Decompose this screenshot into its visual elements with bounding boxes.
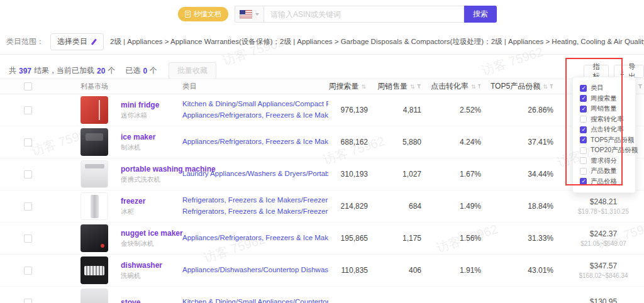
click-conversion-rate: 1.56% bbox=[431, 234, 491, 243]
checkbox-icon[interactable] bbox=[580, 168, 587, 175]
price-cell: $347.57 $168.02~$846.34 bbox=[563, 262, 644, 279]
category-cell: Laundry Appliances/Washers & Dryers/Port… bbox=[182, 168, 333, 180]
category-link[interactable]: Appliances/Refrigerators, Freezers & Ice… bbox=[182, 233, 328, 244]
sort-icon[interactable]: ⇅ bbox=[471, 84, 476, 90]
metrics-button[interactable]: 指标 bbox=[584, 65, 609, 78]
price-range: $21.05~$549.07 bbox=[580, 240, 626, 247]
checkbox-icon[interactable] bbox=[580, 106, 587, 113]
filter-funnel-icon[interactable] bbox=[550, 84, 553, 89]
checkbox-icon[interactable] bbox=[580, 85, 587, 92]
weekly-sales-volume: 1,175 bbox=[377, 234, 431, 243]
category-cell: Appliances/Refrigerators, Freezers & Ice… bbox=[182, 233, 333, 244]
doc-badge[interactable]: 秒懂文档 bbox=[178, 7, 228, 21]
table-row: stove Kitchen & Dining/Small Appliances/… bbox=[0, 287, 644, 303]
table-row: nugget ice maker 金块制冰机 Appliances/Refrig… bbox=[0, 223, 644, 255]
checkbox-icon[interactable] bbox=[580, 178, 587, 185]
top5-product-share: 31.33% bbox=[491, 234, 563, 243]
us-flag-icon bbox=[240, 10, 252, 18]
keyword-translation: 金块制冰机 bbox=[121, 240, 183, 248]
category-cell: Kitchen & Dining/Small Appliances/Compac… bbox=[182, 99, 333, 121]
category-link[interactable]: Refrigerators, Freezers & Ice Makers/Fre… bbox=[182, 195, 328, 206]
batch-favorite-button[interactable]: 批量收藏 bbox=[169, 62, 216, 79]
click-conversion-rate: 2.52% bbox=[431, 106, 491, 114]
keyword-link[interactable]: ice maker bbox=[121, 133, 155, 141]
select-all-checkbox[interactable] bbox=[24, 82, 32, 91]
header-niche: 利基市场 bbox=[80, 82, 108, 91]
row-checkbox[interactable] bbox=[24, 267, 32, 275]
table-row: freezer 冰柜 Refrigerators, Freezers & Ice… bbox=[0, 190, 644, 223]
price-range: $19.78~$1,310.25 bbox=[578, 208, 629, 215]
row-checkbox[interactable] bbox=[24, 106, 32, 114]
category-scope-label: 类目范围： bbox=[6, 36, 44, 47]
category-link[interactable]: Appliances/Dishwashers/Countertop Dishwa… bbox=[182, 265, 328, 276]
results-bar: 共 397 结果，当前已加载 20 个 已选 0 个 批量收藏 bbox=[9, 62, 216, 79]
price-value: $242.37 bbox=[590, 229, 617, 238]
keyword-link[interactable]: mini fridge bbox=[121, 101, 159, 109]
category-link[interactable]: Appliances/Refrigerators, Freezers & Ice… bbox=[182, 110, 328, 121]
metric-option[interactable]: TOP20产品份额 bbox=[573, 146, 635, 155]
checkbox-icon[interactable] bbox=[580, 95, 587, 102]
weekly-search-volume: 976,139 bbox=[333, 106, 377, 114]
click-conversion-rate: 1.91% bbox=[431, 266, 491, 275]
metric-option[interactable]: 周搜索量 bbox=[573, 94, 635, 103]
category-link[interactable]: Appliances/Refrigerators, Freezers & Ice… bbox=[182, 136, 328, 148]
weekly-sales-volume: 5,880 bbox=[377, 138, 431, 146]
category-cell: Kitchen & Dining/Small Appliances/Counte… bbox=[182, 297, 333, 303]
checkbox-icon[interactable] bbox=[580, 136, 587, 143]
sort-icon[interactable]: ⇅ bbox=[361, 84, 366, 90]
filter-funnel-icon[interactable] bbox=[638, 84, 643, 89]
table-toolbar: 指标 ↓ 导出 bbox=[584, 65, 644, 78]
category-link[interactable]: Kitchen & Dining/Small Appliances/Compac… bbox=[182, 99, 328, 110]
metrics-dropdown: 类目 周搜索量 周销售量 搜索转化率 点击转化率 TOP5产品份额 TOP20产… bbox=[572, 77, 636, 193]
metric-option[interactable]: 需求得分 bbox=[573, 156, 635, 165]
weekly-search-volume: 110,835 bbox=[333, 266, 377, 275]
keyword-link[interactable]: freezer bbox=[121, 197, 145, 206]
sort-icon[interactable]: ⇅ bbox=[410, 84, 415, 90]
search-button[interactable]: 搜索 bbox=[464, 6, 497, 23]
keyword-link[interactable]: dishwasher bbox=[121, 261, 162, 270]
metric-option[interactable]: 产品数量 bbox=[573, 167, 635, 176]
metric-option[interactable]: TOP5产品份额 bbox=[573, 135, 635, 145]
product-image bbox=[80, 289, 108, 303]
category-link[interactable]: Kitchen & Dining/Small Appliances/Counte… bbox=[182, 297, 328, 303]
category-cell: Refrigerators, Freezers & Ice Makers/Fre… bbox=[182, 195, 333, 218]
row-checkbox[interactable] bbox=[24, 138, 32, 146]
results-total: 397 bbox=[19, 67, 31, 75]
select-category-button[interactable]: 选择类目 bbox=[50, 33, 104, 50]
checkbox-icon[interactable] bbox=[580, 126, 587, 133]
divider bbox=[0, 54, 644, 55]
document-icon bbox=[185, 11, 191, 18]
category-link[interactable]: Laundry Appliances/Washers & Dryers/Port… bbox=[182, 168, 328, 180]
category-link[interactable]: Refrigerators, Freezers & Ice Makers/Fre… bbox=[182, 206, 328, 218]
row-checkbox[interactable] bbox=[24, 202, 32, 211]
row-checkbox[interactable] bbox=[24, 299, 32, 303]
metric-option[interactable]: 类目 bbox=[573, 84, 635, 93]
download-icon: ↓ bbox=[621, 68, 624, 75]
marketplace-select[interactable] bbox=[235, 6, 264, 23]
metric-option[interactable]: 搜索转化率 bbox=[573, 114, 635, 124]
metric-option[interactable]: 产品价格 bbox=[573, 177, 635, 186]
filter-funnel-icon[interactable] bbox=[478, 84, 481, 89]
search-input[interactable] bbox=[264, 6, 464, 23]
weekly-search-volume: 310,193 bbox=[333, 170, 377, 179]
weekly-search-volume: 214,829 bbox=[333, 202, 377, 211]
top5-product-share: 34.44% bbox=[491, 170, 563, 179]
metric-option[interactable]: 周销售量 bbox=[573, 104, 635, 114]
row-checkbox[interactable] bbox=[24, 170, 32, 179]
checkbox-icon[interactable] bbox=[580, 116, 587, 123]
checkbox-icon[interactable] bbox=[580, 147, 587, 154]
row-checkbox[interactable] bbox=[24, 234, 32, 243]
selected-suffix: 个 bbox=[150, 65, 157, 76]
export-button[interactable]: ↓ 导出 bbox=[614, 65, 644, 78]
chevron-down-icon bbox=[255, 13, 259, 16]
table-row: dishwasher 洗碗机 Appliances/Dishwashers/Co… bbox=[0, 255, 644, 287]
header-top5-share: TOP5产品份额 bbox=[491, 81, 540, 92]
filter-funnel-icon[interactable] bbox=[417, 84, 421, 89]
sort-icon[interactable]: ⇅ bbox=[543, 84, 548, 90]
keyword-link[interactable]: stove bbox=[121, 298, 140, 303]
checkbox-icon[interactable] bbox=[580, 157, 587, 164]
keyword-link[interactable]: nugget ice maker bbox=[121, 229, 183, 238]
metric-option[interactable]: 点击转化率 bbox=[573, 125, 635, 135]
product-image bbox=[80, 256, 108, 284]
price-range: $168.02~$846.34 bbox=[579, 272, 628, 279]
